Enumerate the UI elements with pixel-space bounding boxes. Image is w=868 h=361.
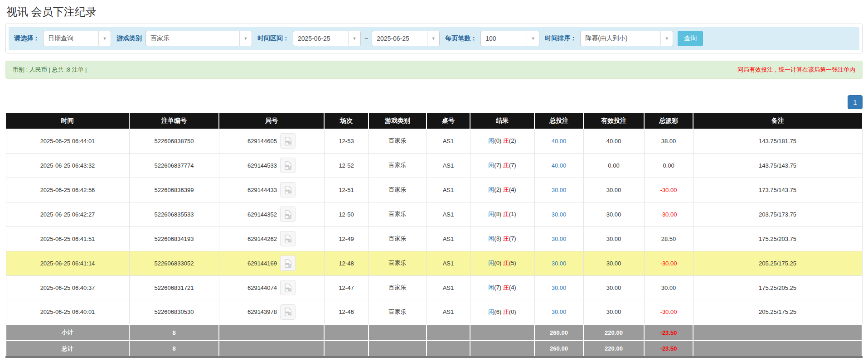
video-record-button[interactable] [280,133,296,149]
game-type-label: 游戏类别 [116,34,142,43]
cell-session: 12-50 [324,202,369,226]
footer-empty-cell [324,341,369,357]
footer-empty-cell [693,324,862,341]
cell-table-no: AS1 [427,202,470,226]
total-bet-link[interactable]: 40.00 [552,162,567,169]
total-bet-link[interactable]: 30.00 [552,260,567,267]
video-record-button[interactable] [280,255,296,271]
cell-note: 173.75/143.75 [693,178,862,202]
date-from-value: 2025-06-25 [293,35,348,42]
cell-payout: 38.00 [644,129,693,153]
total-bet-link[interactable]: 30.00 [552,308,567,315]
game-type-select[interactable]: 百家乐 ▼ [145,31,252,46]
video-file-icon [284,137,292,145]
cell-time: 2025-06-25 06:43:32 [6,153,129,178]
footer-total-bet: 260.00 [534,324,583,341]
sort-label: 时间排序： [545,34,577,43]
cell-game-type: 百家乐 [369,129,427,153]
video-record-button[interactable] [280,280,296,295]
total-bet-link[interactable]: 30.00 [552,187,567,193]
cell-table-no: AS1 [427,275,470,300]
cell-table-no: AS1 [427,153,470,178]
video-file-icon [284,259,292,268]
footer-total-bet: 260.00 [534,341,583,357]
cell-note: 175.25/203.75 [693,226,862,251]
page-title: 视讯 会员下注纪录 [6,5,863,19]
column-header: 场次 [324,113,369,129]
search-button[interactable]: 查询 [678,31,703,46]
player-result-count: (8) [494,211,501,217]
cell-note: 175.25/205.25 [693,275,862,300]
total-bet-link[interactable]: 30.00 [552,236,567,242]
banker-result-count: (7) [509,235,516,242]
per-page-select[interactable]: 100 ▼ [480,31,539,46]
video-record-button[interactable] [280,304,296,320]
footer-empty-cell [369,324,427,341]
table-footer: 小计8260.00220.00-23.50总计8260.00220.00-23.… [6,324,862,357]
cell-game-type: 百家乐 [369,226,427,251]
date-from-select[interactable]: 2025-06-25 ▼ [293,31,361,46]
total-bet-link[interactable]: 30.00 [552,284,567,291]
video-record-button[interactable] [280,158,296,173]
sort-select[interactable]: 降幂(由大到小) ▼ [580,31,673,46]
cell-note: 143.75/181.75 [693,129,862,153]
cell-game-type: 百家乐 [369,178,427,202]
video-file-icon [284,235,292,243]
footer-label: 总计 [6,341,129,357]
total-bet-link[interactable]: 30.00 [552,211,567,218]
footer-label: 小计 [6,324,129,341]
banker-result-count: (2) [509,137,516,144]
summary-currency-total: 币别 : 人民币 | 总共 :8 注单 | [13,66,87,74]
footer-empty-cell [427,324,470,341]
round-wrap: 629144433 [247,182,296,197]
query-type-select[interactable]: 日期查询 ▼ [43,31,111,46]
column-header: 游戏类别 [369,113,427,129]
footer-payout: -23.50 [644,341,693,357]
total-bet-link[interactable]: 40.00 [552,138,567,144]
date-to-select[interactable]: 2025-06-25 ▼ [372,31,440,46]
cell-result: 闲(7) 庄(7) [470,153,534,178]
cell-round: 629144262 [219,226,324,251]
cell-note: 205.25/175.25 [693,300,862,324]
cell-round: 629144605 [219,129,324,153]
banker-result-label: 庄 [503,308,509,315]
player-result-label: 闲 [488,308,494,315]
cell-note: 205.25/175.25 [693,251,862,275]
round-wrap: 629144262 [247,231,296,246]
video-record-button[interactable] [280,182,296,197]
table-row: 2025-06-25 06:41:14522606833052629144169… [6,251,862,275]
cell-result: 闲(2) 庄(4) [470,178,534,202]
date-to-value: 2025-06-25 [372,35,427,42]
footer-valid-bet: 220.00 [583,324,644,341]
column-header: 总投注 [534,113,583,129]
cell-game-type: 百家乐 [369,202,427,226]
chevron-down-icon: ▼ [527,31,539,46]
column-header: 总派彩 [644,113,693,129]
cell-time: 2025-06-25 06:41:14 [6,251,129,275]
page-button-1[interactable]: 1 [848,95,863,109]
banker-result-label: 庄 [503,137,509,144]
footer-count: 8 [129,324,219,341]
cell-valid-bet: 30.00 [583,202,644,226]
cell-time: 2025-06-25 06:42:56 [6,178,129,202]
query-type-label: 请选择： [14,34,39,43]
cell-round: 629144433 [219,178,324,202]
cell-note: 143.75/143.75 [693,153,862,178]
cell-total-bet: 30.00 [534,226,583,251]
player-result-label: 闲 [488,186,494,193]
chevron-down-icon: ▼ [239,31,252,46]
cell-session: 12-49 [324,226,369,251]
per-page-label: 每页笔数： [445,34,477,43]
video-record-button[interactable] [280,207,296,222]
round-wrap: 629144605 [247,133,296,149]
cell-session: 12-52 [324,153,369,178]
player-result-count: (7) [494,284,501,291]
cell-valid-bet: 30.00 [583,178,644,202]
video-record-button[interactable] [280,231,296,246]
cell-result: 闲(6) 庄(0) [470,300,534,324]
cell-round: 629144533 [219,153,324,178]
video-file-icon [284,161,292,170]
column-header: 结果 [470,113,534,129]
round-id: 629144262 [247,236,277,242]
player-result-label: 闲 [488,284,494,291]
